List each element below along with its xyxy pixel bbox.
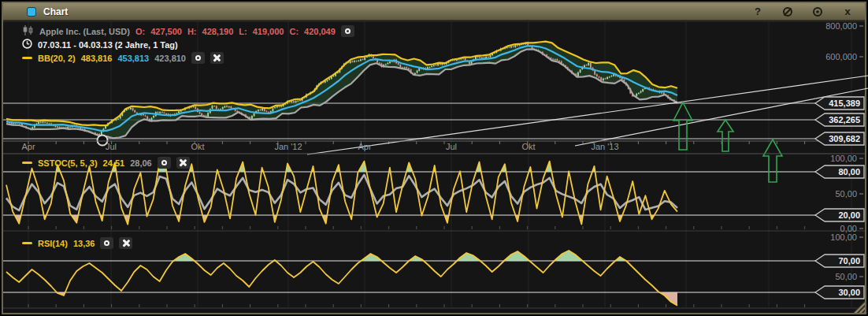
bb-settings-button[interactable]: [191, 52, 205, 64]
rsi-axis-label: 50,00: [835, 272, 857, 281]
time-axis-label: Okt: [191, 142, 204, 151]
rsi-line-icon: [22, 242, 32, 244]
sstoc-legend-row: SSTOC(5, 5, 3) 24,51 28,06: [22, 157, 190, 169]
sstoc-axis-label: 100,00: [830, 154, 857, 163]
sstoc-tag-text: 20,00: [838, 210, 860, 220]
ohlc-open-label: O:: [135, 27, 145, 36]
help-button[interactable]: ?: [751, 6, 764, 18]
price-axis-label: 800,000: [825, 21, 857, 31]
window-title: Chart: [43, 6, 68, 17]
circle-icon: [161, 160, 167, 165]
bb-lower-value: 423,810: [154, 54, 186, 63]
instrument-name: Apple Inc. (Last, USD): [39, 27, 130, 36]
sstoc-remove-button[interactable]: [176, 157, 190, 169]
price-tag-text: 415,389: [829, 99, 860, 108]
rsi-tag-text: 30,00: [838, 288, 860, 297]
time-axis-label: Apr: [358, 142, 371, 151]
circle-icon: [104, 240, 109, 246]
title-bar[interactable]: Chart ? x: [3, 3, 865, 20]
ohlc-low-value: 419,000: [253, 27, 284, 36]
time-axis-label: Jul: [106, 142, 117, 151]
bb-remove-button[interactable]: [210, 52, 224, 64]
price-tag-text: 362,265: [829, 115, 860, 125]
time-axis-label: Apr: [21, 142, 35, 151]
time-axis-label: Jan '13: [591, 142, 618, 151]
sstoc-tag-text: 80,00: [838, 167, 860, 177]
ohlc-low-label: L:: [239, 27, 247, 36]
close-icon: [213, 54, 221, 61]
rsi-value: 13,36: [73, 239, 95, 248]
ohlc-close-value: 420,049: [304, 27, 336, 36]
sstoc-axis-label: 50,00: [835, 189, 857, 199]
clock-icon: [22, 39, 32, 50]
bb-line-icon: [22, 57, 32, 59]
price-axis-label: 600,000: [825, 52, 857, 61]
close-button[interactable]: x: [841, 6, 854, 18]
time-axis-label: Jan '12: [274, 142, 302, 151]
instrument-legend-row: Apple Inc. (Last, USD) O: 427,500 H: 428…: [22, 25, 354, 37]
rsi-settings-button[interactable]: [100, 237, 113, 249]
time-axis-label: Jul: [446, 142, 457, 151]
sstoc-name: SSTOC(5, 5, 3): [38, 158, 98, 168]
rsi-remove-button[interactable]: [119, 237, 132, 249]
instrument-settings-button[interactable]: [341, 25, 354, 37]
date-range: 07.03.11 - 04.03.13 (2 Jahre, 1 Tag): [38, 40, 178, 50]
bb-middle-value: 453,813: [117, 54, 149, 63]
range-legend-row: 07.03.11 - 04.03.13 (2 Jahre, 1 Tag): [22, 39, 178, 50]
bb-upper-value: 483,816: [81, 54, 113, 63]
sstoc-k-value: 24,51: [103, 158, 125, 168]
sstoc-settings-button[interactable]: [158, 157, 171, 169]
bb-name: BB(20, 2): [38, 54, 76, 63]
target-icon[interactable]: [811, 6, 824, 18]
close-icon: [122, 240, 129, 247]
ohlc-high-label: H:: [187, 27, 197, 36]
app-icon: [27, 7, 36, 17]
sstoc-line-icon: [22, 162, 32, 164]
time-axis-label: Okt: [521, 142, 535, 151]
rsi-legend-row: RSI(14) 13,36: [22, 237, 132, 249]
rsi-name: RSI(14): [38, 239, 68, 248]
ohlc-high-value: 428,190: [202, 27, 234, 36]
ohlc-open-value: 427,500: [150, 27, 182, 36]
circle-icon: [195, 55, 201, 61]
rsi-axis-label: 100,00: [830, 232, 857, 242]
close-icon: [180, 159, 187, 166]
refresh-icon[interactable]: [781, 6, 794, 18]
chart-window: 800,000600,000100,0050,000,00100,0050,00…: [0, 0, 868, 316]
bb-legend-row: BB(20, 2) 483,816 453,813 423,810: [22, 52, 224, 64]
rsi-tag-text: 70,00: [838, 256, 860, 266]
price-tag-text: 309,682: [829, 134, 860, 143]
sstoc-d-value: 28,06: [130, 158, 152, 168]
ohlc-close-label: C:: [289, 27, 299, 36]
circle-icon: [345, 28, 351, 34]
candlestick-icon: [22, 25, 34, 37]
